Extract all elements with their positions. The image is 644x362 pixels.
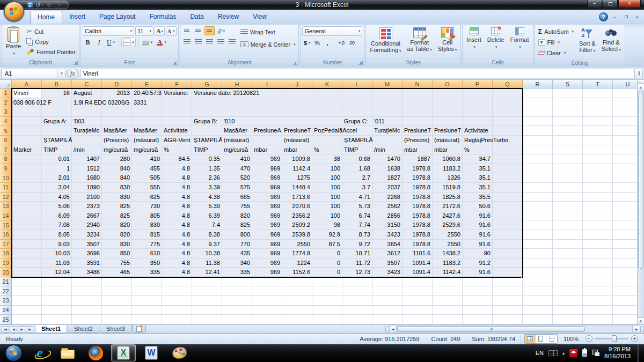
cell-A1[interactable]: Vineri <box>12 88 42 98</box>
cell-F16[interactable]: 4.8 <box>162 230 192 240</box>
cell-T22[interactable] <box>583 286 613 296</box>
cell-I10[interactable]: 969 <box>252 173 282 183</box>
cell-D15[interactable]: 820 <box>102 220 132 230</box>
cell-J15[interactable]: 2509.2 <box>282 220 312 230</box>
cell-M14[interactable]: 2856 <box>372 211 402 221</box>
cell-L11[interactable]: 3.7 <box>342 183 372 193</box>
cell-C5[interactable]: TuraţieMc <box>72 126 102 136</box>
cell-A22[interactable] <box>12 286 42 296</box>
cell-S1[interactable] <box>553 88 583 98</box>
close-button[interactable]: × <box>618 0 641 8</box>
cell-K21[interactable] <box>312 277 342 287</box>
cell-H12[interactable]: 665 <box>222 193 252 202</box>
cell-G19[interactable]: 11.38 <box>192 258 222 268</box>
cell-B15[interactable]: 7.08 <box>42 220 72 230</box>
cell-G1[interactable]: Versiune date: 20120821 <box>192 88 222 98</box>
cell-Q10[interactable] <box>493 173 523 183</box>
cell-A5[interactable] <box>12 126 42 136</box>
cell-B19[interactable]: 11.03 <box>42 258 72 268</box>
cell-H24[interactable] <box>222 306 252 315</box>
cell-D5[interactable]: MasăAer <box>102 126 132 136</box>
cell-Q20[interactable] <box>493 268 523 277</box>
cell-H23[interactable] <box>222 296 252 306</box>
cell-N16[interactable]: 1978.8 <box>402 230 433 240</box>
ribbon-tab-formulas[interactable]: Formulas <box>142 11 183 24</box>
align-middle-button[interactable] <box>193 26 203 35</box>
cell-S25[interactable] <box>553 315 583 324</box>
cell-C24[interactable] <box>72 306 102 315</box>
font-dialog-launcher[interactable] <box>173 61 177 65</box>
cell-B17[interactable]: 9.03 <box>42 240 72 249</box>
cell-L3[interactable] <box>342 107 372 117</box>
column-header-P[interactable]: P <box>463 80 493 88</box>
cell-H15[interactable]: 825 <box>222 220 252 230</box>
cell-B25[interactable] <box>42 315 72 324</box>
cell-K16[interactable]: 92.9 <box>312 230 342 240</box>
cell-C13[interactable]: 2373 <box>72 202 102 211</box>
cell-B8[interactable]: 0.01 <box>42 154 72 164</box>
cell-A15[interactable] <box>12 220 42 230</box>
cell-A2[interactable]: 038 906 012 F <box>12 98 42 108</box>
cell-N11[interactable]: 1978.8 <box>402 183 433 193</box>
insert-cells-button[interactable]: Insert▾ <box>464 26 484 50</box>
cell-F20[interactable]: 4.8 <box>162 268 192 277</box>
cut-button[interactable]: ✂Cut <box>25 26 77 36</box>
cell-P15[interactable]: 91.6 <box>463 220 493 230</box>
clipboard-dialog-launcher[interactable] <box>74 61 78 65</box>
cell-J7[interactable]: mbar <box>282 145 312 155</box>
cell-P11[interactable]: 35.1 <box>463 183 493 193</box>
cell-T7[interactable] <box>583 145 613 155</box>
cell-T21[interactable] <box>583 277 613 287</box>
cell-N23[interactable] <box>402 296 433 306</box>
cell-C7[interactable]: /min <box>72 145 102 155</box>
cell-G12[interactable]: 4.38 <box>192 193 222 202</box>
cell-L10[interactable]: 2.7 <box>342 173 372 183</box>
sheet-tab-sheet2[interactable]: Sheet2 <box>68 325 99 333</box>
horizontal-scroll-track[interactable] <box>397 326 633 333</box>
cell-O14[interactable]: 2427.6 <box>433 211 463 221</box>
cell-G10[interactable]: 2.36 <box>192 173 222 183</box>
taskbar-button-excel[interactable]: X <box>111 344 136 361</box>
scroll-down-arrow[interactable]: ▼ <box>638 317 644 324</box>
cell-F8[interactable]: 84.5 <box>162 154 192 164</box>
cell-F1[interactable]: Versiune: <box>162 88 192 98</box>
cell-F15[interactable]: 4.8 <box>162 220 192 230</box>
ribbon-tab-data[interactable]: Data <box>183 11 210 24</box>
cell-O21[interactable] <box>433 277 463 287</box>
cell-T1[interactable] <box>583 88 613 98</box>
cell-P3[interactable] <box>463 107 493 117</box>
cell-Q22[interactable] <box>493 286 523 296</box>
cell-N20[interactable]: 1091.4 <box>402 268 433 277</box>
workbook-close-button[interactable]: × <box>633 13 642 21</box>
scroll-left-arrow[interactable]: ◀ <box>389 326 397 333</box>
cell-J21[interactable] <box>282 277 312 287</box>
cell-N12[interactable]: 1978.8 <box>402 193 433 202</box>
find-select-button[interactable]: Find &Select▾ <box>599 26 623 53</box>
font-color-button[interactable]: A▾ <box>155 38 168 47</box>
cell-G17[interactable]: 9.37 <box>192 240 222 249</box>
network-icon[interactable] <box>592 350 599 356</box>
cell-I2[interactable] <box>252 98 282 108</box>
cell-E2[interactable]: 3331 <box>132 98 162 108</box>
cell-K3[interactable] <box>312 107 342 117</box>
cell-P1[interactable] <box>463 88 493 98</box>
cell-G13[interactable]: 5.39 <box>192 202 222 211</box>
accounting-format-button[interactable]: $▾ <box>302 38 311 47</box>
cell-L16[interactable]: 8.73 <box>342 230 372 240</box>
cell-E14[interactable]: 805 <box>132 211 162 221</box>
cell-G3[interactable] <box>192 107 222 117</box>
cell-O11[interactable]: 1519.8 <box>433 183 463 193</box>
cell-N13[interactable]: 1978.8 <box>402 202 433 211</box>
cell-P23[interactable] <box>463 296 493 306</box>
percent-style-button[interactable]: % <box>312 38 321 47</box>
cell-P19[interactable]: 91.2 <box>463 258 493 268</box>
cell-F14[interactable]: 4.8 <box>162 211 192 221</box>
cell-H7[interactable]: mg/cursă <box>222 145 252 155</box>
last-sheet-button[interactable]: ▶| <box>26 326 33 333</box>
cell-R14[interactable] <box>523 211 553 221</box>
cell-P20[interactable]: 91.6 <box>463 268 493 277</box>
cell-S2[interactable] <box>553 98 583 108</box>
cell-Q12[interactable] <box>493 193 523 202</box>
column-header-R[interactable]: R <box>523 80 553 88</box>
cell-A12[interactable] <box>12 193 42 202</box>
